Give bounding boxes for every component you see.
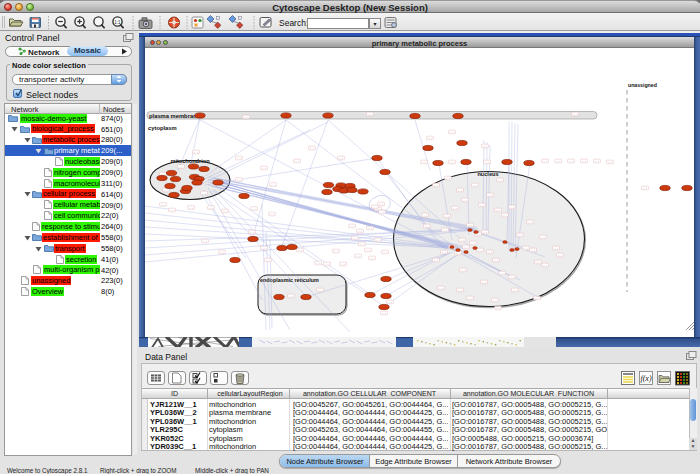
svg-text:(....): (....) <box>483 231 487 233</box>
svg-text:(....): (....) <box>203 240 207 242</box>
svg-text:(....): (....) <box>194 151 198 153</box>
svg-text:cytoplasm: cytoplasm <box>148 125 177 131</box>
svg-text:(....): (....) <box>262 247 266 249</box>
svg-text:(....): (....) <box>485 161 489 163</box>
svg-text:(....): (....) <box>252 208 256 210</box>
svg-text:(....): (....) <box>536 261 540 263</box>
svg-text:(....): (....) <box>356 255 360 257</box>
svg-text:(....): (....) <box>558 254 562 256</box>
svg-text:(....): (....) <box>220 251 224 253</box>
svg-text:(....): (....) <box>262 167 266 169</box>
svg-text:(....): (....) <box>463 199 467 201</box>
svg-text:(....): (....) <box>189 207 193 209</box>
svg-text:(....): (....) <box>376 239 380 241</box>
svg-text:(....): (....) <box>341 263 345 265</box>
svg-text:(....): (....) <box>460 239 464 241</box>
svg-text:(....): (....) <box>271 184 275 186</box>
svg-text:(....): (....) <box>480 204 484 206</box>
svg-text:(....): (....) <box>488 194 492 196</box>
svg-text:mitochondrion: mitochondrion <box>170 158 210 164</box>
svg-text:(....): (....) <box>428 137 432 139</box>
svg-text:Search:: Search: <box>279 18 308 28</box>
svg-text:(....): (....) <box>468 297 472 299</box>
svg-text:(....): (....) <box>543 264 547 266</box>
svg-text:(....): (....) <box>179 166 183 168</box>
svg-text:(....): (....) <box>422 161 426 163</box>
svg-text:plasma membrane: plasma membrane <box>149 113 201 119</box>
svg-text:(....): (....) <box>266 259 270 261</box>
svg-text:(....): (....) <box>380 211 384 213</box>
svg-text:(....): (....) <box>202 192 206 194</box>
svg-text:(....): (....) <box>503 214 507 216</box>
svg-text:(....): (....) <box>496 307 500 309</box>
svg-text:(....): (....) <box>513 289 517 291</box>
svg-text:(....): (....) <box>434 184 438 186</box>
svg-text:(....): (....) <box>524 247 528 249</box>
svg-text:(....): (....) <box>353 237 357 239</box>
svg-text:(....): (....) <box>425 225 429 227</box>
svg-text:(....): (....) <box>500 272 504 274</box>
svg-text:1:1: 1:1 <box>114 20 121 25</box>
svg-text:(....): (....) <box>161 173 165 175</box>
svg-text:f(x): f(x) <box>640 374 651 383</box>
svg-text:(....): (....) <box>370 257 374 259</box>
svg-text:(....): (....) <box>494 259 498 261</box>
svg-text:(....): (....) <box>373 206 377 208</box>
svg-text:(....): (....) <box>442 251 446 253</box>
svg-text:(....): (....) <box>471 242 475 244</box>
svg-text:(....): (....) <box>569 160 573 162</box>
svg-text:(....): (....) <box>541 236 545 238</box>
svg-text:(....): (....) <box>434 259 438 261</box>
svg-text:(....): (....) <box>573 113 577 115</box>
svg-text:(....): (....) <box>383 251 387 253</box>
svg-text:(....): (....) <box>298 249 302 251</box>
svg-text:(....): (....) <box>270 213 274 215</box>
svg-text:(....): (....) <box>493 299 497 301</box>
svg-text:(....): (....) <box>556 160 560 162</box>
svg-text:(....): (....) <box>450 131 454 133</box>
svg-text:(....): (....) <box>582 160 586 162</box>
svg-text:(....): (....) <box>289 295 293 297</box>
svg-text:(....): (....) <box>473 184 477 186</box>
svg-text:(....): (....) <box>518 234 522 236</box>
svg-text:(....): (....) <box>643 187 647 189</box>
svg-text:(....): (....) <box>498 179 502 181</box>
svg-text:(....): (....) <box>170 209 174 211</box>
svg-text:(....): (....) <box>439 287 443 289</box>
svg-text:(....): (....) <box>496 209 500 211</box>
svg-text:(....): (....) <box>209 207 213 209</box>
svg-text:(....): (....) <box>528 221 532 223</box>
svg-text:(....): (....) <box>554 247 558 249</box>
svg-text:(....): (....) <box>458 289 462 291</box>
svg-text:(....): (....) <box>223 210 227 212</box>
svg-text:(....): (....) <box>543 160 547 162</box>
svg-text:(....): (....) <box>316 262 320 264</box>
svg-text:(....): (....) <box>531 249 535 251</box>
svg-text:(....): (....) <box>237 157 241 159</box>
svg-text:nucleus: nucleus <box>477 171 498 177</box>
svg-text:(....): (....) <box>237 179 241 181</box>
svg-text:(....): (....) <box>450 161 454 163</box>
svg-text:(....): (....) <box>339 157 343 159</box>
svg-text:(....): (....) <box>318 289 322 291</box>
svg-text:(....): (....) <box>453 207 457 209</box>
svg-text:(....): (....) <box>458 189 462 191</box>
svg-text:(....): (....) <box>482 281 486 283</box>
svg-text:(....): (....) <box>368 113 372 115</box>
svg-text:(....): (....) <box>595 160 599 162</box>
svg-text:(....): (....) <box>382 312 386 314</box>
svg-text:(....): (....) <box>250 231 254 233</box>
svg-text:(....): (....) <box>510 276 514 278</box>
svg-text:(....): (....) <box>379 203 383 205</box>
svg-text:(....): (....) <box>360 243 364 245</box>
svg-text:(....): (....) <box>423 214 427 216</box>
svg-text:(....): (....) <box>295 160 299 162</box>
svg-text:(....): (....) <box>478 249 482 251</box>
svg-text:(....): (....) <box>456 252 460 254</box>
svg-text:(....): (....) <box>358 230 362 232</box>
svg-text:(....): (....) <box>464 246 468 248</box>
svg-text:(....): (....) <box>468 224 472 226</box>
svg-text:(....): (....) <box>350 225 354 227</box>
svg-text:(....): (....) <box>608 161 612 163</box>
svg-text:(....): (....) <box>164 189 168 191</box>
